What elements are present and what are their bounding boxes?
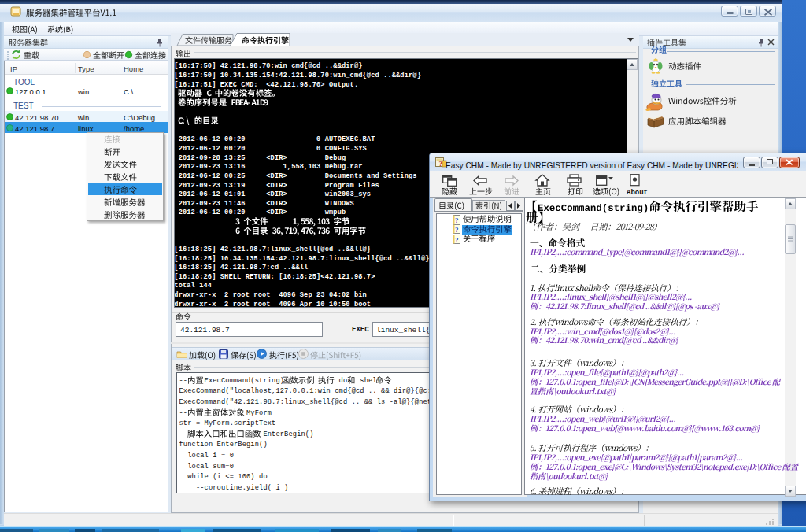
svg-text:?: ?: [455, 226, 459, 234]
svg-text:?: ?: [455, 216, 459, 224]
svg-text:?: ?: [455, 235, 459, 243]
svg-text:?: ?: [439, 160, 443, 168]
